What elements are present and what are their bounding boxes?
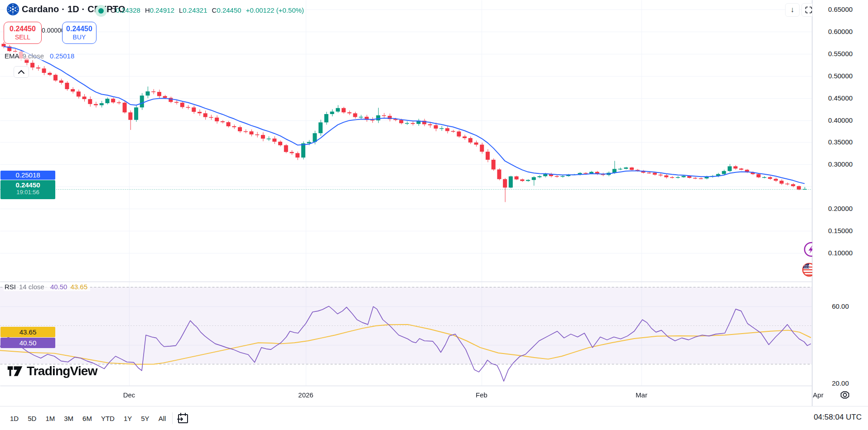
rsi-ma-value: 43.65 — [70, 283, 87, 291]
market-status-icon — [95, 5, 107, 17]
range-switcher: 1D5D1M3M6MYTD1Y5YAll — [5, 412, 170, 425]
price-scale-label: 0.10000 — [813, 249, 868, 257]
sell-button[interactable]: 0.24450 SELL — [4, 22, 42, 44]
price-scale-label: 0.50000 — [813, 72, 868, 80]
price-scale[interactable]: 0.650000.600000.550000.500000.450000.400… — [812, 0, 868, 406]
price-scale-label: 0.45000 — [813, 94, 868, 102]
range-button-6m[interactable]: 6M — [78, 412, 96, 425]
go-to-date-icon[interactable] — [177, 412, 189, 424]
gear-icon[interactable] — [839, 390, 851, 401]
range-button-all[interactable]: All — [154, 412, 171, 425]
range-button-ytd[interactable]: YTD — [96, 412, 119, 425]
price-scale-label: 0.65000 — [813, 5, 868, 13]
price-scale-label: 0.35000 — [813, 138, 868, 146]
tradingview-chart-window: Cardano · 1D · CRYPTO O0.24328 H0.24912 … — [0, 0, 868, 430]
range-button-1m[interactable]: 1M — [41, 412, 59, 425]
scroll-to-recent-button[interactable]: ↓ — [785, 3, 800, 17]
toolbar-divider — [172, 412, 173, 424]
symbol-title: Cardano · 1D · CRYPTO — [22, 4, 125, 14]
rsi-value: 40.50 — [50, 283, 68, 291]
ohlc-readout: O0.24328 H0.24912 L0.24321 C0.24450 +0.0… — [111, 6, 304, 14]
range-button-1y[interactable]: 1Y — [119, 412, 136, 425]
range-button-1d[interactable]: 1D — [5, 412, 23, 425]
tradingview-logo-icon — [7, 365, 23, 377]
arrow-down-icon: ↓ — [791, 5, 795, 14]
collapse-pane-button[interactable] — [14, 66, 29, 78]
price-scale-label: 0.55000 — [813, 50, 868, 57]
last-price-badge: 0.24450 19:01:56 — [0, 180, 55, 199]
tradingview-logo[interactable]: TradingView — [7, 364, 97, 378]
spread-value: 0.00000 — [42, 26, 62, 35]
ema-legend[interactable]: EMA 9 close 0.25018 — [4, 52, 77, 60]
cardano-logo-icon — [7, 3, 19, 15]
time-axis-label: Mar — [636, 391, 647, 399]
ema-price-badge: 0.25018 — [0, 171, 55, 180]
bottom-toolbar: 1D5D1M3M6MYTD1Y5YAll — [0, 406, 868, 430]
chart-canvas[interactable] — [0, 0, 868, 430]
ema-value: 0.25018 — [50, 52, 74, 60]
rsi-scale-label: 60.00 — [813, 302, 868, 310]
session-clock[interactable]: 04:58:04 UTC — [814, 413, 862, 422]
time-axis-label: 2026 — [298, 391, 313, 399]
rsi-ma-badge: 43.65 — [0, 327, 55, 337]
buy-button[interactable]: 0.24450 BUY — [62, 22, 96, 44]
chevron-up-icon — [18, 70, 25, 74]
rsi-scale-label: 20.00 — [813, 379, 868, 387]
price-scale-label: 0.30000 — [813, 160, 868, 168]
price-scale-label: 0.20000 — [813, 205, 868, 212]
price-scale-label: 0.60000 — [813, 28, 868, 35]
fullscreen-icon — [805, 6, 813, 14]
rsi-badge: 40.50 — [0, 338, 55, 348]
change-readout: +0.00122 (+0.50%) — [246, 6, 304, 14]
price-scale-label: 0.15000 — [813, 227, 868, 234]
bar-countdown: 19:01:56 — [0, 189, 55, 196]
range-button-5y[interactable]: 5Y — [136, 412, 154, 425]
range-button-5d[interactable]: 5D — [23, 412, 41, 425]
time-axis-label: Dec — [123, 391, 135, 399]
time-axis-label: Feb — [476, 391, 487, 399]
price-scale-label: 0.40000 — [813, 116, 868, 124]
rsi-legend[interactable]: RSI 14 close 40.50 43.65 — [4, 282, 90, 291]
range-button-3m[interactable]: 3M — [59, 412, 78, 425]
time-axis-label: Apr — [813, 391, 823, 399]
